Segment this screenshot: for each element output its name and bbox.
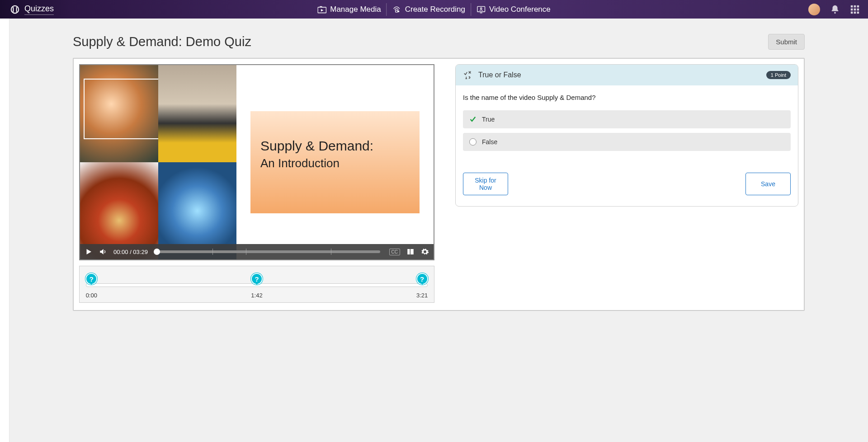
nav-create-recording-label: Create Recording <box>405 5 465 14</box>
question-card: True or False 1 Point Is the name of the… <box>455 64 798 207</box>
time-display: 00:00 / 03:29 <box>113 249 148 255</box>
question-column: True or False 1 Point Is the name of the… <box>455 64 798 305</box>
topbar-right <box>808 4 860 15</box>
question-timeline: ? 0:00 ? 1:42 ? 3:21 <box>79 266 434 303</box>
answer-false-label: False <box>482 138 497 146</box>
svg-point-5 <box>480 7 481 9</box>
create-recording-icon <box>392 5 401 14</box>
notifications-icon[interactable] <box>830 5 840 14</box>
video-column: Supply & Demand: An Introduction 00:00 /… <box>79 64 434 305</box>
page-label: Quizzes <box>24 4 54 15</box>
question-type-label: True or False <box>478 71 761 79</box>
svg-rect-17 <box>410 249 414 254</box>
question-marker[interactable]: ? <box>416 273 428 285</box>
svg-rect-16 <box>407 249 410 254</box>
checkmark-icon <box>469 116 476 123</box>
svg-rect-11 <box>854 8 856 10</box>
brand-logo-icon <box>10 5 20 14</box>
svg-rect-9 <box>857 5 859 7</box>
timeline-time-label: 3:21 <box>416 292 428 299</box>
top-navbar: Quizzes Manage Media Create Recording Vi… <box>0 0 868 19</box>
volume-icon[interactable] <box>99 248 107 256</box>
progress-tick <box>246 249 246 255</box>
topbar-center-nav: Manage Media Create Recording Video Conf… <box>312 3 556 16</box>
radio-empty-icon <box>469 138 476 146</box>
content-header: Supply & Demand: Demo Quiz Submit <box>73 34 805 50</box>
slide-title: Supply & Demand: <box>260 138 410 154</box>
slide-card: Supply & Demand: An Introduction <box>250 111 420 213</box>
manage-media-icon <box>317 5 326 14</box>
answer-true-label: True <box>482 116 495 123</box>
svg-point-6 <box>834 12 836 14</box>
question-points-badge: 1 Point <box>766 71 791 79</box>
city-tile <box>158 65 236 162</box>
svg-rect-13 <box>851 11 853 14</box>
progress-bar[interactable] <box>157 250 380 253</box>
answer-option-true[interactable]: True <box>463 110 791 128</box>
question-header: True or False 1 Point <box>456 65 798 85</box>
presenter-tile <box>80 65 158 162</box>
nav-manage-media-label: Manage Media <box>330 5 381 14</box>
apps-grid-icon[interactable] <box>850 5 860 14</box>
closed-caption-button[interactable]: CC <box>389 249 400 255</box>
timeline-time-label: 0:00 <box>86 292 97 299</box>
svg-rect-2 <box>396 10 398 12</box>
question-actions: Skip for Now Save <box>463 173 791 195</box>
progress-tick <box>331 249 331 255</box>
progress-handle[interactable] <box>154 249 160 255</box>
quiz-panel: Supply & Demand: An Introduction 00:00 /… <box>73 58 805 311</box>
svg-point-0 <box>11 5 19 13</box>
svg-rect-14 <box>854 11 856 14</box>
nav-create-recording[interactable]: Create Recording <box>387 3 471 16</box>
svg-rect-10 <box>851 8 853 10</box>
layout-icon[interactable] <box>406 248 415 256</box>
submit-button[interactable]: Submit <box>768 34 805 50</box>
true-false-icon <box>463 70 473 80</box>
video-thumbnail-grid <box>80 65 236 259</box>
video-player: Supply & Demand: An Introduction 00:00 /… <box>79 64 434 260</box>
user-avatar[interactable] <box>808 4 820 15</box>
presenter-overlay-frame <box>84 79 158 139</box>
svg-rect-12 <box>857 8 859 10</box>
svg-point-3 <box>398 10 400 12</box>
timeline-track[interactable]: ? 0:00 ? 1:42 ? 3:21 <box>86 283 428 287</box>
skip-button[interactable]: Skip for Now <box>463 173 508 195</box>
question-body: Is the name of the video Supply & Demand… <box>456 85 798 206</box>
video-conference-icon <box>476 5 486 14</box>
svg-rect-15 <box>857 11 859 14</box>
question-marker[interactable]: ? <box>85 273 97 285</box>
quiz-title: Supply & Demand: Demo Quiz <box>73 34 251 49</box>
svg-rect-8 <box>854 5 856 7</box>
nav-video-conference-label: Video Conference <box>489 5 551 14</box>
svg-rect-7 <box>851 5 853 7</box>
play-icon[interactable] <box>85 248 93 256</box>
settings-gear-icon[interactable] <box>421 248 429 256</box>
slide-subtitle: An Introduction <box>260 156 410 170</box>
timeline-time-label: 1:42 <box>251 292 262 299</box>
video-controls: 00:00 / 03:29 CC <box>80 244 434 259</box>
answer-option-false[interactable]: False <box>463 133 791 151</box>
question-marker[interactable]: ? <box>251 273 263 285</box>
topbar-brand: Quizzes <box>10 4 54 15</box>
progress-tick <box>212 249 213 255</box>
nav-manage-media[interactable]: Manage Media <box>312 3 387 16</box>
video-frame-content: Supply & Demand: An Introduction <box>80 65 434 259</box>
nav-video-conference[interactable]: Video Conference <box>471 3 556 16</box>
slide-area: Supply & Demand: An Introduction <box>236 65 434 259</box>
save-answer-button[interactable]: Save <box>745 173 791 195</box>
content-area: Supply & Demand: Demo Quiz Submit <box>9 19 868 442</box>
question-text: Is the name of the video Supply & Demand… <box>463 94 791 101</box>
